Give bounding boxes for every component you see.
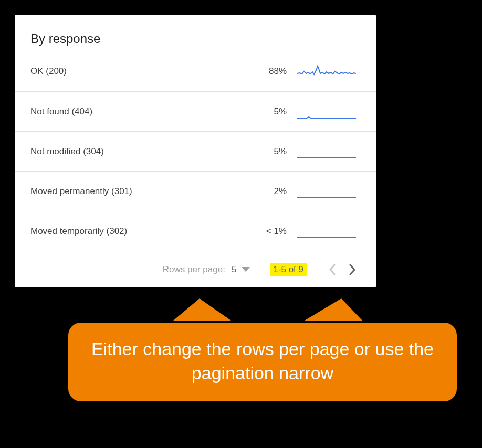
response-percent: 2% [250, 186, 287, 197]
card-title: By response [15, 15, 376, 51]
response-label: OK (200) [30, 66, 250, 77]
table-row[interactable]: Moved temporarily (302) < 1% [15, 211, 376, 251]
rows-per-page-select[interactable]: 5 [232, 264, 250, 275]
response-table: OK (200) 88% Not found (404) 5% Not modi… [15, 51, 376, 251]
response-label: Not found (404) [30, 106, 250, 117]
svg-marker-2 [305, 298, 362, 321]
chevron-down-icon [242, 264, 250, 275]
rows-per-page-label: Rows per page: [163, 264, 225, 275]
annotation-callout: Either change the rows per page or use t… [68, 302, 457, 433]
table-row[interactable]: OK (200) 88% [15, 51, 376, 91]
response-percent: 5% [250, 146, 287, 157]
response-percent: 88% [250, 66, 287, 77]
table-row[interactable]: Not modified (304) 5% [15, 131, 376, 171]
response-percent: 5% [250, 106, 287, 117]
prev-page-button[interactable] [322, 260, 342, 280]
response-label: Not modified (304) [30, 146, 250, 157]
svg-marker-1 [173, 298, 231, 321]
table-footer: Rows per page: 5 1-5 of 9 [15, 251, 376, 287]
sparkline [297, 61, 360, 82]
pagination-range: 1-5 of 9 [270, 263, 307, 276]
by-response-card: By response OK (200) 88% Not found (404)… [15, 15, 376, 287]
next-page-button[interactable] [342, 260, 362, 280]
svg-marker-0 [242, 267, 250, 272]
sparkline [297, 141, 360, 162]
sparkline [297, 101, 360, 122]
callout-text: Either change the rows per page or use t… [91, 339, 434, 383]
table-row[interactable]: Not found (404) 5% [15, 91, 376, 131]
response-label: Moved permanently (301) [30, 186, 250, 197]
response-label: Moved temporarily (302) [30, 226, 250, 237]
sparkline [297, 181, 360, 202]
rows-per-page-value: 5 [232, 264, 236, 275]
response-percent: < 1% [250, 226, 287, 237]
callout-body: Either change the rows per page or use t… [68, 323, 457, 401]
sparkline [297, 221, 360, 242]
table-row[interactable]: Moved permanently (301) 2% [15, 171, 376, 211]
